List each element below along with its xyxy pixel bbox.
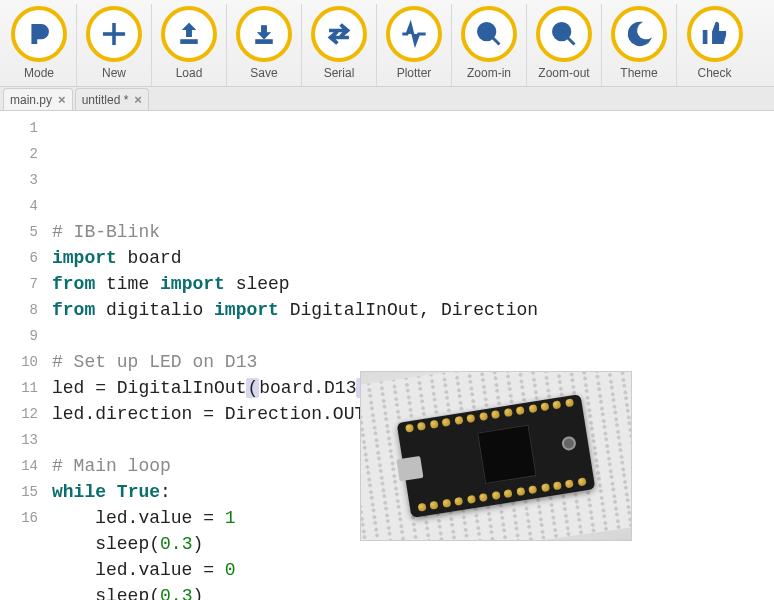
tab-label: main.py: [10, 93, 52, 107]
line-number: 6: [0, 245, 38, 271]
load-button[interactable]: Load: [152, 4, 227, 86]
code-area[interactable]: # IB-Blinkimport boardfrom time import s…: [52, 115, 774, 600]
mode-icon: [11, 6, 67, 62]
svg-line-7: [568, 38, 575, 45]
code-token: led = DigitalInOut: [52, 378, 246, 398]
tool-label: Check: [697, 66, 731, 80]
code-token: import: [52, 248, 117, 268]
tool-label: Serial: [324, 66, 355, 80]
line-number: 2: [0, 141, 38, 167]
code-token: :: [160, 482, 171, 502]
code-token: led.direction = Direction.OUTPUT: [52, 404, 398, 424]
check-button[interactable]: Check: [677, 4, 752, 86]
line-number: 3: [0, 167, 38, 193]
tab-label: untitled *: [82, 93, 129, 107]
line-number: 1: [0, 115, 38, 141]
toolbar: Mode New Load Save Serial Plotter Zoom-i…: [0, 0, 774, 87]
zoomout-button[interactable]: Zoom-out: [527, 4, 602, 86]
tool-label: Load: [176, 66, 203, 80]
line-number: 14: [0, 453, 38, 479]
theme-button[interactable]: Theme: [602, 4, 677, 86]
code-token: sleep(: [52, 534, 160, 554]
zoom-out-icon: [536, 6, 592, 62]
code-token: digitalio: [95, 300, 214, 320]
plus-icon: [86, 6, 142, 62]
code-line[interactable]: import board: [52, 245, 774, 271]
close-icon[interactable]: ×: [58, 92, 66, 107]
line-number: 11: [0, 375, 38, 401]
code-token: import: [214, 300, 279, 320]
svg-rect-1: [256, 40, 272, 44]
code-token: led.value =: [52, 560, 225, 580]
line-number: 10: [0, 349, 38, 375]
thumb-icon: [687, 6, 743, 62]
code-token: [106, 482, 117, 502]
line-number: 5: [0, 219, 38, 245]
code-token: 0: [225, 560, 236, 580]
tool-label: Zoom-out: [538, 66, 589, 80]
code-token: board.D13: [259, 378, 356, 398]
code-token: 0.3: [160, 534, 192, 554]
tab-bar: main.py×untitled *×: [0, 87, 774, 111]
code-token: # Set up LED on D13: [52, 352, 257, 372]
code-token: # IB-Blink: [52, 222, 160, 242]
tool-label: Zoom-in: [467, 66, 511, 80]
code-token: time: [95, 274, 160, 294]
plotter-button[interactable]: Plotter: [377, 4, 452, 86]
tab-main-py[interactable]: main.py×: [3, 88, 73, 110]
tool-label: Theme: [620, 66, 657, 80]
code-token: sleep(: [52, 586, 160, 600]
code-token: from: [52, 300, 95, 320]
arrows-icon: [311, 6, 367, 62]
upload-icon: [161, 6, 217, 62]
code-token: ): [192, 534, 203, 554]
zoom-in-icon: [461, 6, 517, 62]
mode-button[interactable]: Mode: [2, 4, 77, 86]
line-number: 4: [0, 193, 38, 219]
code-token: ): [192, 586, 203, 600]
board-photo-overlay: [360, 371, 632, 541]
code-line[interactable]: from time import sleep: [52, 271, 774, 297]
code-line[interactable]: [52, 323, 774, 349]
code-editor[interactable]: 12345678910111213141516 # IB-Blinkimport…: [0, 111, 774, 600]
code-token: import: [160, 274, 225, 294]
code-token: sleep: [225, 274, 290, 294]
code-token: board: [117, 248, 182, 268]
code-token: from: [52, 274, 95, 294]
line-number: 15: [0, 479, 38, 505]
line-number: 9: [0, 323, 38, 349]
line-number: 12: [0, 401, 38, 427]
svg-rect-0: [181, 40, 197, 44]
code-token: 0.3: [160, 586, 192, 600]
close-icon[interactable]: ×: [134, 92, 142, 107]
code-token: while: [52, 482, 106, 502]
code-token: # Main loop: [52, 456, 171, 476]
code-token: DigitalInOut, Direction: [279, 300, 538, 320]
tool-label: Plotter: [397, 66, 432, 80]
download-icon: [236, 6, 292, 62]
code-line[interactable]: # IB-Blink: [52, 219, 774, 245]
code-token: True: [117, 482, 160, 502]
svg-line-3: [493, 38, 500, 45]
code-line[interactable]: led.value = 0: [52, 557, 774, 583]
line-number: 8: [0, 297, 38, 323]
tool-label: Mode: [24, 66, 54, 80]
serial-button[interactable]: Serial: [302, 4, 377, 86]
code-token: led.value =: [52, 508, 225, 528]
line-number: 16: [0, 505, 38, 531]
code-line[interactable]: sleep(0.3): [52, 583, 774, 600]
tool-label: New: [102, 66, 126, 80]
tool-label: Save: [250, 66, 277, 80]
line-number: 13: [0, 427, 38, 453]
line-number: 7: [0, 271, 38, 297]
code-token: (: [246, 378, 259, 398]
zoomin-button[interactable]: Zoom-in: [452, 4, 527, 86]
code-line[interactable]: from digitalio import DigitalInOut, Dire…: [52, 297, 774, 323]
code-token: 1: [225, 508, 236, 528]
new-button[interactable]: New: [77, 4, 152, 86]
tab-untitled-[interactable]: untitled *×: [75, 88, 149, 110]
line-gutter: 12345678910111213141516: [0, 115, 52, 600]
pulse-icon: [386, 6, 442, 62]
moon-icon: [611, 6, 667, 62]
save-button[interactable]: Save: [227, 4, 302, 86]
